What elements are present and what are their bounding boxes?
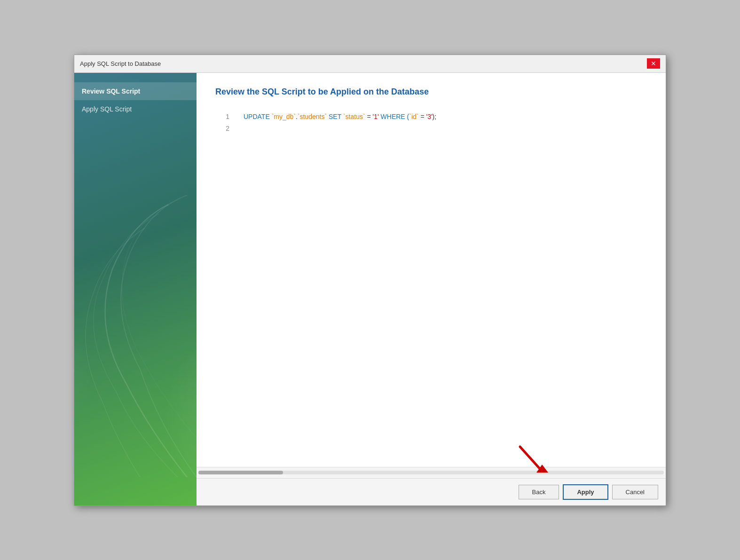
line-number-1: 1 (215, 111, 229, 123)
scrollbar-area[interactable] (197, 467, 666, 478)
sidebar: Review SQL Script Apply SQL Script (74, 73, 197, 505)
apply-button[interactable]: Apply (563, 484, 608, 500)
main-content: Review the SQL Script to be Applied on t… (197, 73, 666, 505)
scrollbar-thumb[interactable] (198, 471, 283, 474)
footer: Back Apply Cancel (197, 478, 666, 505)
scrollbar-track (198, 471, 664, 474)
code-line-1: 1 UPDATE `my_db`.`students` SET `status`… (215, 111, 647, 123)
dialog-window: Apply SQL Script to Database ✕ Review SQ… (74, 55, 666, 506)
title-bar: Apply SQL Script to Database ✕ (74, 55, 666, 73)
sidebar-item-label: Apply SQL Script (82, 105, 132, 113)
content-title: Review the SQL Script to be Applied on t… (215, 87, 647, 97)
content-area: Review the SQL Script to be Applied on t… (197, 73, 666, 467)
code-text-1: UPDATE `my_db`.`students` SET `status` =… (244, 111, 436, 123)
dialog-body: Review SQL Script Apply SQL Script Revie… (74, 73, 666, 505)
code-container: 1 UPDATE `my_db`.`students` SET `status`… (215, 111, 647, 134)
code-line-2: 2 (215, 123, 647, 134)
line-number-2: 2 (215, 123, 229, 134)
cancel-button[interactable]: Cancel (612, 485, 658, 499)
back-button[interactable]: Back (519, 485, 559, 499)
sidebar-item-label: Review SQL Script (82, 87, 140, 95)
sidebar-item-review-sql-script[interactable]: Review SQL Script (74, 82, 197, 100)
close-button[interactable]: ✕ (647, 58, 660, 69)
sidebar-item-apply-sql-script[interactable]: Apply SQL Script (74, 100, 197, 118)
dialog-title: Apply SQL Script to Database (80, 60, 161, 67)
